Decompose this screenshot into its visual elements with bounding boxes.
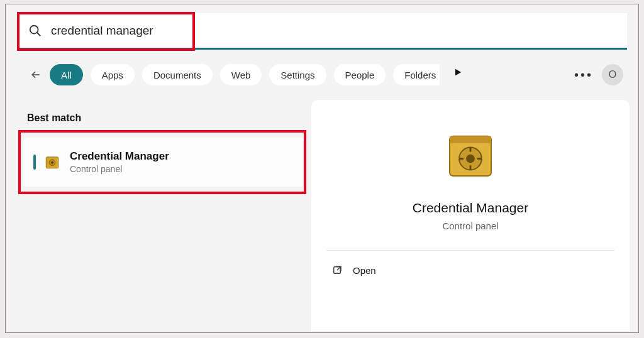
filter-pill-people[interactable]: People (334, 64, 386, 85)
svg-point-10 (466, 155, 475, 163)
result-subtitle: Control panel (70, 164, 169, 174)
search-icon (28, 24, 42, 38)
svg-point-6 (51, 161, 53, 164)
filter-pill-web[interactable]: Web (220, 64, 262, 85)
svg-marker-3 (455, 69, 461, 76)
play-icon (453, 67, 463, 77)
preview-app-icon (311, 128, 630, 185)
search-input[interactable] (51, 24, 627, 38)
more-filters-button[interactable] (451, 65, 465, 79)
user-avatar[interactable]: O (602, 64, 623, 85)
arrow-left-icon (30, 68, 42, 81)
preview-pane: Credential Manager Control panel Open (311, 100, 630, 331)
svg-rect-8 (450, 136, 491, 143)
result-title: Credential Manager (70, 150, 169, 163)
search-result-credential-manager[interactable]: Credential Manager Control panel (23, 138, 305, 187)
filter-pill-settings[interactable]: Settings (269, 64, 326, 85)
filter-pill-all[interactable]: All (50, 64, 83, 85)
open-external-icon (331, 264, 343, 276)
safe-icon (43, 153, 61, 171)
open-label: Open (353, 265, 376, 276)
selection-indicator (33, 155, 36, 170)
best-match-heading: Best match (27, 112, 81, 124)
more-options-button[interactable]: ••• (574, 68, 593, 82)
preview-title: Credential Manager (311, 200, 630, 215)
svg-line-1 (37, 33, 40, 36)
search-bar[interactable] (18, 13, 627, 50)
open-action[interactable]: Open (311, 251, 630, 290)
svg-point-0 (30, 25, 38, 33)
preview-subtitle: Control panel (311, 221, 630, 231)
back-button[interactable] (30, 64, 42, 85)
filter-pill-apps[interactable]: Apps (91, 64, 135, 85)
filter-pill-folders[interactable]: Folders (393, 64, 440, 85)
filter-pill-documents[interactable]: Documents (142, 64, 213, 85)
